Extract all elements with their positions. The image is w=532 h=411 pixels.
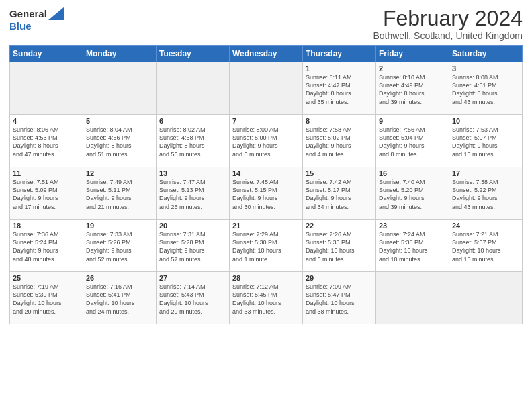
- day-number: 20: [159, 222, 226, 230]
- day-info: Sunrise: 7:16 AM Sunset: 5:41 PM Dayligh…: [86, 283, 153, 316]
- day-number: 13: [159, 169, 226, 177]
- day-number: 28: [232, 274, 300, 282]
- day-number: 27: [159, 274, 226, 282]
- table-row: 25Sunrise: 7:19 AM Sunset: 5:39 PM Dayli…: [10, 272, 83, 324]
- day-info: Sunrise: 7:38 AM Sunset: 5:22 PM Dayligh…: [452, 178, 519, 211]
- day-info: Sunrise: 7:53 AM Sunset: 5:07 PM Dayligh…: [452, 126, 519, 158]
- day-info: Sunrise: 7:51 AM Sunset: 5:09 PM Dayligh…: [13, 178, 80, 211]
- table-row: 19Sunrise: 7:33 AM Sunset: 5:26 PM Dayli…: [83, 220, 157, 272]
- table-row: 1Sunrise: 8:11 AM Sunset: 4:47 PM Daylig…: [303, 62, 376, 115]
- table-row: 22Sunrise: 7:26 AM Sunset: 5:33 PM Dayli…: [303, 220, 376, 272]
- day-number: 29: [306, 274, 373, 282]
- calendar-week-row: 1Sunrise: 8:11 AM Sunset: 4:47 PM Daylig…: [10, 62, 523, 115]
- day-number: 24: [452, 222, 519, 230]
- header: General Blue February 2024 Bothwell, Sco…: [9, 7, 523, 41]
- calendar-header: Sunday Monday Tuesday Wednesday Thursday…: [10, 46, 523, 62]
- table-row: 29Sunrise: 7:09 AM Sunset: 5:47 PM Dayli…: [303, 272, 376, 324]
- day-info: Sunrise: 7:33 AM Sunset: 5:26 PM Dayligh…: [86, 230, 153, 263]
- logo-blue-text: Blue: [9, 20, 32, 32]
- title-area: February 2024 Bothwell, Scotland, United…: [373, 7, 523, 41]
- table-row: 17Sunrise: 7:38 AM Sunset: 5:22 PM Dayli…: [449, 167, 523, 220]
- day-number: 1: [306, 64, 373, 73]
- table-row: [10, 62, 83, 115]
- table-row: 16Sunrise: 7:40 AM Sunset: 5:20 PM Dayli…: [376, 167, 449, 220]
- table-row: 26Sunrise: 7:16 AM Sunset: 5:41 PM Dayli…: [83, 272, 157, 324]
- day-number: 9: [379, 117, 446, 125]
- location-title: Bothwell, Scotland, United Kingdom: [373, 30, 523, 41]
- day-number: 15: [306, 169, 373, 177]
- table-row: 15Sunrise: 7:42 AM Sunset: 5:17 PM Dayli…: [303, 167, 376, 220]
- table-row: 6Sunrise: 8:02 AM Sunset: 4:58 PM Daylig…: [157, 115, 230, 167]
- table-row: 23Sunrise: 7:24 AM Sunset: 5:35 PM Dayli…: [376, 220, 449, 272]
- day-info: Sunrise: 8:02 AM Sunset: 4:58 PM Dayligh…: [159, 126, 226, 158]
- day-number: 18: [13, 222, 80, 230]
- table-row: [449, 272, 523, 324]
- day-number: 11: [13, 169, 80, 177]
- col-monday: Monday: [83, 46, 157, 62]
- calendar-week-row: 4Sunrise: 8:06 AM Sunset: 4:53 PM Daylig…: [10, 115, 523, 167]
- svg-marker-0: [48, 7, 64, 20]
- day-info: Sunrise: 7:24 AM Sunset: 5:35 PM Dayligh…: [379, 230, 446, 263]
- day-number: 22: [306, 222, 373, 230]
- day-info: Sunrise: 7:31 AM Sunset: 5:28 PM Dayligh…: [159, 230, 226, 263]
- calendar-table: Sunday Monday Tuesday Wednesday Thursday…: [9, 45, 523, 324]
- col-wednesday: Wednesday: [230, 46, 303, 62]
- day-number: 19: [86, 222, 153, 230]
- table-row: [376, 272, 449, 324]
- table-row: 4Sunrise: 8:06 AM Sunset: 4:53 PM Daylig…: [10, 115, 83, 167]
- table-row: 27Sunrise: 7:14 AM Sunset: 5:43 PM Dayli…: [157, 272, 230, 324]
- table-row: 7Sunrise: 8:00 AM Sunset: 5:00 PM Daylig…: [230, 115, 303, 167]
- day-number: 12: [86, 169, 153, 177]
- calendar-body: 1Sunrise: 8:11 AM Sunset: 4:47 PM Daylig…: [10, 62, 523, 324]
- table-row: 9Sunrise: 7:56 AM Sunset: 5:04 PM Daylig…: [376, 115, 449, 167]
- table-row: 2Sunrise: 8:10 AM Sunset: 4:49 PM Daylig…: [376, 62, 449, 115]
- day-number: 2: [379, 64, 446, 73]
- table-row: 21Sunrise: 7:29 AM Sunset: 5:30 PM Dayli…: [230, 220, 303, 272]
- page-container: General Blue February 2024 Bothwell, Sco…: [0, 0, 532, 328]
- day-number: 7: [232, 117, 300, 125]
- table-row: 5Sunrise: 8:04 AM Sunset: 4:56 PM Daylig…: [83, 115, 157, 167]
- day-info: Sunrise: 7:09 AM Sunset: 5:47 PM Dayligh…: [306, 283, 373, 316]
- day-info: Sunrise: 7:14 AM Sunset: 5:43 PM Dayligh…: [159, 283, 226, 316]
- day-info: Sunrise: 7:58 AM Sunset: 5:02 PM Dayligh…: [306, 126, 373, 158]
- day-info: Sunrise: 7:21 AM Sunset: 5:37 PM Dayligh…: [452, 230, 519, 263]
- day-info: Sunrise: 7:42 AM Sunset: 5:17 PM Dayligh…: [306, 178, 373, 211]
- table-row: 8Sunrise: 7:58 AM Sunset: 5:02 PM Daylig…: [303, 115, 376, 167]
- day-info: Sunrise: 7:19 AM Sunset: 5:39 PM Dayligh…: [13, 283, 80, 316]
- header-row: Sunday Monday Tuesday Wednesday Thursday…: [10, 46, 523, 62]
- table-row: 11Sunrise: 7:51 AM Sunset: 5:09 PM Dayli…: [10, 167, 83, 220]
- col-sunday: Sunday: [10, 46, 83, 62]
- day-info: Sunrise: 7:12 AM Sunset: 5:45 PM Dayligh…: [232, 283, 300, 316]
- table-row: 13Sunrise: 7:47 AM Sunset: 5:13 PM Dayli…: [157, 167, 230, 220]
- day-info: Sunrise: 7:45 AM Sunset: 5:15 PM Dayligh…: [232, 178, 300, 211]
- day-info: Sunrise: 7:26 AM Sunset: 5:33 PM Dayligh…: [306, 230, 373, 263]
- month-title: February 2024: [373, 7, 523, 30]
- day-number: 14: [232, 169, 300, 177]
- day-number: 3: [452, 64, 519, 73]
- col-friday: Friday: [376, 46, 449, 62]
- day-number: 21: [232, 222, 300, 230]
- calendar-week-row: 25Sunrise: 7:19 AM Sunset: 5:39 PM Dayli…: [10, 272, 523, 324]
- day-number: 26: [86, 274, 153, 282]
- day-number: 23: [379, 222, 446, 230]
- day-number: 16: [379, 169, 446, 177]
- col-thursday: Thursday: [303, 46, 376, 62]
- table-row: [230, 62, 303, 115]
- table-row: 20Sunrise: 7:31 AM Sunset: 5:28 PM Dayli…: [157, 220, 230, 272]
- day-info: Sunrise: 8:04 AM Sunset: 4:56 PM Dayligh…: [86, 126, 153, 158]
- calendar-week-row: 18Sunrise: 7:36 AM Sunset: 5:24 PM Dayli…: [10, 220, 523, 272]
- col-tuesday: Tuesday: [157, 46, 230, 62]
- col-saturday: Saturday: [449, 46, 523, 62]
- day-number: 10: [452, 117, 519, 125]
- day-info: Sunrise: 7:40 AM Sunset: 5:20 PM Dayligh…: [379, 178, 446, 211]
- table-row: 10Sunrise: 7:53 AM Sunset: 5:07 PM Dayli…: [449, 115, 523, 167]
- day-info: Sunrise: 8:11 AM Sunset: 4:47 PM Dayligh…: [306, 73, 373, 106]
- day-number: 5: [86, 117, 153, 125]
- day-info: Sunrise: 8:10 AM Sunset: 4:49 PM Dayligh…: [379, 73, 446, 106]
- table-row: 3Sunrise: 8:08 AM Sunset: 4:51 PM Daylig…: [449, 62, 523, 115]
- table-row: 28Sunrise: 7:12 AM Sunset: 5:45 PM Dayli…: [230, 272, 303, 324]
- day-number: 6: [159, 117, 226, 125]
- day-number: 8: [306, 117, 373, 125]
- table-row: 14Sunrise: 7:45 AM Sunset: 5:15 PM Dayli…: [230, 167, 303, 220]
- day-info: Sunrise: 8:08 AM Sunset: 4:51 PM Dayligh…: [452, 73, 519, 106]
